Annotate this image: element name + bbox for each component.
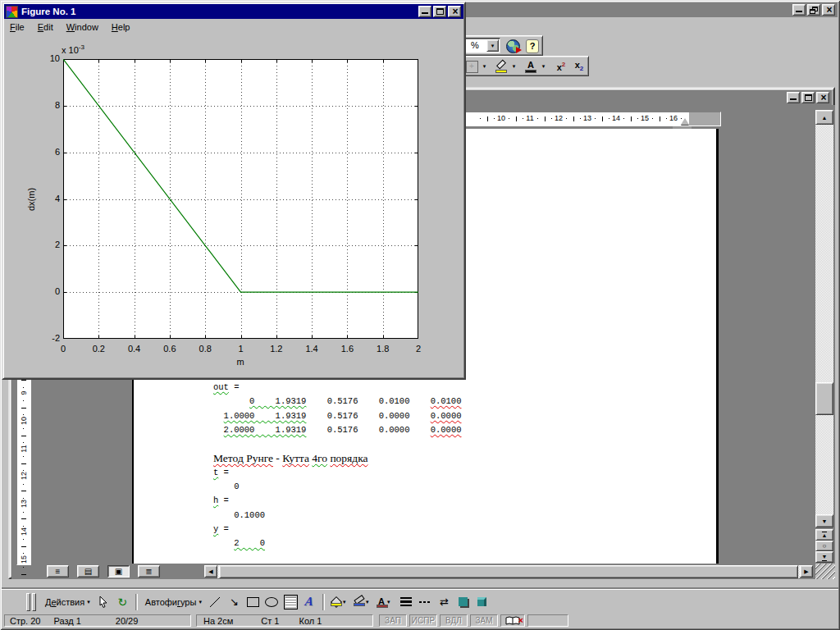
vertical-scroll-track[interactable] (815, 125, 833, 514)
minimize-icon (796, 11, 802, 12)
text-box-button[interactable] (281, 593, 300, 611)
arrow-style-button[interactable]: ⇄ (435, 593, 454, 611)
y-tick-label: 2 (32, 240, 60, 249)
line-button[interactable] (206, 593, 225, 611)
draw-actions-button[interactable]: Действия ▾ (41, 593, 94, 611)
close-icon: × (449, 6, 462, 17)
ruler-number: 10 (20, 415, 28, 426)
status-indicator-зап: ЗАП (379, 614, 407, 627)
ruler-tick (516, 116, 517, 121)
web-layout-view-button[interactable]: ▤ (77, 565, 99, 578)
y-tick-label: -2 (32, 333, 60, 343)
document-maximize-button[interactable] (801, 92, 815, 103)
x-tick-label: 1.4 (295, 344, 328, 354)
toolbar-grip[interactable] (26, 593, 30, 611)
y-axis-scale-label: x 10-3 (62, 43, 84, 55)
figure-menu-file[interactable]: File (5, 21, 30, 33)
help-icon: ? (526, 39, 539, 53)
figure-menu-edit[interactable]: Edit (33, 21, 58, 33)
select-objects-button[interactable] (94, 593, 113, 611)
page-layout-view-button[interactable]: ▣ (107, 565, 130, 578)
figure-minimize-button[interactable] (418, 6, 431, 17)
line-icon (209, 596, 221, 608)
highlight-dropdown[interactable]: ▾ (509, 58, 518, 75)
autoshapes-button[interactable]: Автофигуры ▾ (141, 593, 206, 611)
document-line (213, 437, 461, 451)
y-tick-label: 6 (32, 147, 60, 157)
vertical-scrollbar[interactable]: ▲ ▼ ▲ ○ ▼ (815, 110, 833, 564)
document-minimize-button[interactable] (787, 92, 800, 103)
font-color-button[interactable]: A (523, 58, 539, 75)
threed-button[interactable] (472, 593, 491, 611)
next-page-button[interactable]: ▼ (815, 551, 833, 563)
status-indicator-испр: ИСПР (409, 614, 437, 627)
browse-object-button[interactable]: ○ (815, 541, 833, 551)
figure-menu-help[interactable]: Help (107, 21, 135, 33)
help-button[interactable]: ? (524, 38, 541, 54)
ruler-number: 13 (581, 114, 594, 122)
ruler-tick (23, 400, 24, 401)
wordart-button[interactable]: A (300, 593, 319, 611)
horizontal-scrollbar[interactable]: ≡▤▣≣ ◀ ▶ (11, 565, 815, 578)
ruler-tick (23, 414, 24, 415)
resize-grip[interactable] (815, 564, 835, 579)
spelling-status[interactable]: × (500, 614, 525, 627)
status-line: Ст 1 (261, 616, 279, 626)
document-close-button[interactable]: × (816, 92, 829, 103)
right-indent-marker[interactable] (681, 118, 689, 125)
previous-page-button[interactable]: ▲ (815, 529, 833, 541)
fill-color-button[interactable]: ▾ (328, 593, 351, 611)
scroll-up-button[interactable]: ▲ (815, 110, 833, 125)
figure-maximize-button[interactable] (433, 6, 446, 17)
ruler-tick (609, 118, 609, 119)
dash-style-button[interactable] (416, 593, 435, 611)
figure-menu-window[interactable]: Window (62, 21, 103, 33)
draw-font-color-button[interactable]: А▾ (374, 593, 397, 611)
superscript-button[interactable]: x2 (552, 58, 570, 75)
rectangle-button[interactable] (244, 593, 262, 611)
horizontal-scroll-thumb[interactable] (219, 565, 798, 578)
subscript-button[interactable]: x2 (570, 58, 588, 75)
document-line: 2.0000 1.9319 0.5176 0.0000 0.0000 (213, 423, 461, 437)
y-tick-label: 8 (32, 100, 60, 110)
font-color-dropdown[interactable]: ▾ (539, 58, 548, 75)
matlab-figure-icon (6, 6, 18, 18)
ruler-tick (21, 463, 26, 464)
web-button[interactable] (504, 38, 521, 54)
scroll-down-button[interactable]: ▼ (815, 514, 833, 527)
minimize-icon (422, 12, 428, 14)
figure-titlebar[interactable]: Figure No. 1 × (4, 4, 463, 19)
word-minimize-button[interactable] (792, 4, 806, 16)
scroll-left-button[interactable]: ◀ (204, 565, 217, 578)
oval-button[interactable] (262, 593, 281, 611)
figure-close-button[interactable]: × (448, 6, 461, 17)
shadow-button[interactable] (454, 593, 472, 611)
ruler-tick (573, 116, 574, 121)
word-close-button[interactable]: × (822, 4, 835, 16)
outside-border-button[interactable]: + (463, 58, 480, 75)
outline-view-button[interactable]: ≣ (138, 565, 160, 578)
zoom-dropdown-button[interactable]: ▾ (486, 39, 499, 52)
normal-view-button[interactable]: ≡ (47, 565, 69, 578)
line-style-button[interactable] (397, 593, 416, 611)
border-icon: + (466, 61, 478, 73)
word-restore-button[interactable] (807, 4, 820, 16)
ruler-tick (21, 518, 26, 519)
data-line-dx (63, 59, 418, 292)
line-color-button[interactable]: ▾ (351, 593, 374, 611)
ruler-tick (551, 118, 552, 119)
document-text: out = 0 1.9319 0.5176 0.0100 0.0100 1.00… (213, 381, 461, 551)
vertical-scroll-thumb[interactable] (815, 382, 833, 415)
zoom-value: % (471, 40, 479, 50)
x-tick-label: 1.6 (331, 344, 363, 354)
document-line: Метод Рунге - Кутта 4го порядка (213, 451, 461, 465)
ruler-tick (631, 116, 632, 121)
horizontal-scroll-track[interactable] (217, 565, 800, 578)
ruler-tick (23, 456, 24, 457)
arrow-button[interactable]: ↘ (225, 593, 244, 611)
ruler-tick (652, 118, 653, 119)
highlight-button[interactable] (493, 58, 509, 75)
border-dropdown[interactable]: ▾ (480, 58, 489, 75)
scroll-right-button[interactable]: ▶ (800, 565, 813, 578)
free-rotate-button[interactable]: ↻ (113, 593, 132, 611)
